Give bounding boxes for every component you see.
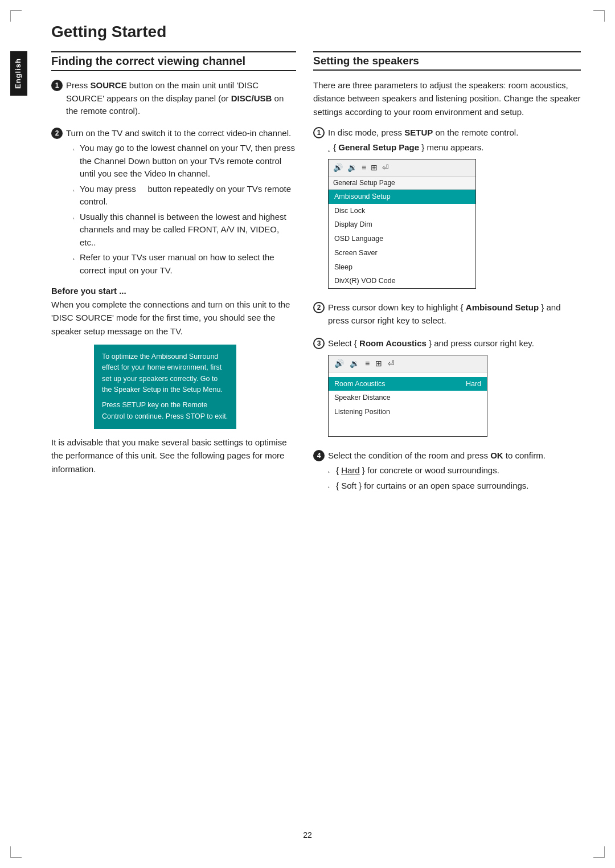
right-section-title: Setting the speakers [313,51,581,71]
icon-enter: ⏎ [382,162,389,174]
step-1: 1 Press SOURCE button on the main unit u… [51,79,296,120]
info-box-line1: To optimize the Ambisound Surround effec… [102,351,228,396]
icon-speaker2: 🔊 [334,358,344,370]
right-step-4-content: Select the condition of the room and pre… [328,449,581,495]
page-number: 22 [303,830,312,840]
menu-item-divx: DivX(R) VOD Code [329,274,475,288]
setup-menu-2: 🔊 🔉 ≡ ⊞ ⏎ Room Acoustics Hard Speak [328,355,487,437]
right-step-2: 2 Press cursor down key to highlight { A… [313,301,581,329]
icon-menu2: ≡ [365,358,370,370]
menu-item-osd-lang: OSD Language [329,232,475,246]
right-step-1-number: 1 [313,127,325,138]
right-step-3-number: 3 [313,338,325,349]
left-section-title: Finding the correct viewing channel [51,51,296,71]
right-step-4-number: 4 [313,450,325,461]
menu-item-screen-saver: Screen Saver [329,246,475,260]
right-step-1: 1 In disc mode, press SETUP on the remot… [313,126,581,293]
left-content: 1 Press SOURCE button on the main unit u… [51,79,296,279]
page-title: Getting Started [51,23,581,41]
spacer [329,372,487,377]
page-container: Getting Started English Finding the corr… [0,0,615,868]
corner-bl [10,846,22,858]
setup-menu-1: 🔊 🔉 ≡ ⊞ ⏎ General Setup Page Ambisound S… [328,159,476,289]
icon-volume: 🔉 [347,162,357,174]
step-2-content: Turn on the TV and switch it to the corr… [66,127,296,280]
icon-volume2: 🔉 [350,358,359,370]
right-step-4: 4 Select the condition of the room and p… [313,449,581,495]
menu-item-display-dim: Display Dim [329,218,475,232]
bottom-text: It is advisable that you make several ba… [51,436,296,476]
two-column-layout: English Finding the correct viewing chan… [34,51,581,502]
menu-item-listening-position: Listening Position [329,405,487,419]
right-column: Setting the speakers There are three par… [313,51,581,502]
icon-menu: ≡ [362,162,366,174]
step-1-content: Press SOURCE button on the main unit unt… [66,79,296,120]
step-2-sub2: You may press button repeatedly on your … [73,183,296,208]
right-step-4-sub1: { Hard } for concrete or wood surroundin… [328,464,581,477]
menu-bar-2: 🔊 🔉 ≡ ⊞ ⏎ [329,355,487,372]
icon-speaker: 🔊 [333,162,343,174]
corner-br [593,846,605,858]
icon-grid2: ⊞ [375,358,382,370]
left-column: English Finding the correct viewing chan… [34,51,296,476]
before-start-title: Before you start ... [51,286,296,296]
right-step-3-content: Select { Room Acoustics } and press curs… [328,337,581,441]
spacer2 [329,419,487,436]
step-2: 2 Turn on the TV and switch it to the co… [51,127,296,280]
corner-tl [10,10,22,22]
step-2-sub4: Refer to your TVs user manual on how to … [73,251,296,277]
info-box: To optimize the Ambisound Surround effec… [94,345,236,429]
corner-tr [593,10,605,22]
menu-header-1: General Setup Page [329,177,475,190]
menu-item-ambisound: Ambisound Setup [329,190,475,204]
right-intro-text: There are three parameters to adjust the… [313,79,581,118]
menu-item-room-acoustics: Room Acoustics Hard [329,377,487,391]
right-step-1-content: In disc mode, press SETUP on the remote … [328,126,581,293]
menu-item-sleep: Sleep [329,260,475,275]
icon-enter2: ⏎ [388,358,395,370]
right-step-2-content: Press cursor down key to highlight { Amb… [328,301,581,329]
english-tab: English [10,51,27,96]
info-box-line2: Press SETUP key on the Remote Control to… [102,400,228,422]
step-2-number: 2 [51,128,63,139]
before-start-text: When you complete the connections and tu… [51,298,296,338]
room-acoustics-label: Room Acoustics [334,379,386,390]
step-2-sub1: You may go to the lowest channel on your… [73,142,296,181]
menu-item-disc-lock: Disc Lock [329,204,475,218]
step-1-number: 1 [51,80,63,91]
menu-item-speaker-distance: Speaker Distance [329,391,487,405]
right-step-3: 3 Select { Room Acoustics } and press cu… [313,337,581,441]
right-step-2-number: 2 [313,302,325,313]
menu-bar-1: 🔊 🔉 ≡ ⊞ ⏎ [329,159,475,177]
icon-grid: ⊞ [371,162,378,174]
right-step-4-sub2: { Soft } for curtains or an open space s… [328,480,581,493]
room-acoustics-value: Hard [466,379,481,390]
step-2-sub3: Usually this channel is between the lowe… [73,211,296,249]
speaker-distance-label: Speaker Distance [334,392,391,403]
listening-position-label: Listening Position [334,407,390,417]
